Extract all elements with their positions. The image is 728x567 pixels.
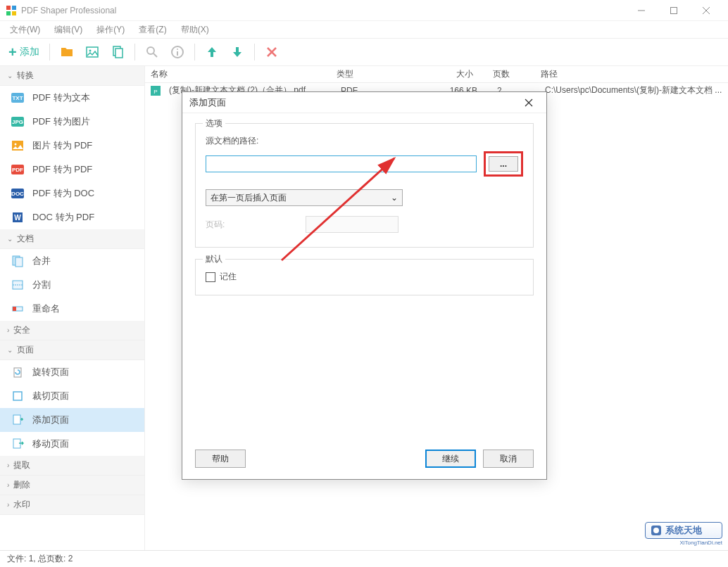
insert-mode-value: 在第一页后插入页面 [211, 192, 287, 204]
move-page-icon [11, 438, 24, 450]
svg-point-15 [177, 49, 178, 50]
svg-rect-1 [12, 6, 16, 10]
svg-rect-5 [671, 7, 677, 13]
remember-checkbox[interactable] [206, 272, 215, 282]
minimize-button[interactable] [625, 1, 658, 20]
search-button[interactable] [141, 41, 163, 63]
arrow-down-icon [230, 45, 244, 59]
txt-icon: TXT [11, 93, 24, 103]
defaults-legend: 默认 [203, 253, 225, 265]
word-icon: W [11, 211, 24, 224]
browse-button[interactable]: ... [489, 156, 518, 172]
menu-edit[interactable]: 编辑(V) [47, 22, 89, 38]
add-button-label: 添加 [20, 46, 39, 58]
folder-button[interactable] [56, 41, 78, 63]
svg-text:P: P [153, 89, 157, 95]
jpg-icon: JPG [11, 117, 24, 127]
separator [254, 44, 255, 60]
plus-icon: + [8, 44, 17, 60]
menu-view[interactable]: 查看(Z) [132, 22, 173, 38]
dialog-close-button[interactable] [518, 92, 539, 113]
chevron-down-icon: ⌄ [391, 193, 398, 203]
col-size[interactable]: 大小 [415, 68, 479, 80]
col-type[interactable]: 类型 [331, 68, 415, 80]
sidebar-item-rotate-pages[interactable]: 旋转页面 [0, 360, 144, 384]
sidebar-item-pdf-to-doc[interactable]: DOCPDF 转为 DOC [0, 181, 144, 205]
copy-button[interactable] [106, 41, 129, 63]
sidebar-item-doc-to-pdf[interactable]: WDOC 转为 PDF [0, 205, 144, 229]
chevron-right-icon: › [7, 501, 9, 509]
watermark: 系统天地 XiTongTianDi.net [645, 522, 722, 547]
svg-point-9 [89, 50, 91, 52]
sidebar-group-delete[interactable]: ›删除 [0, 476, 144, 495]
sidebar-item-pdf-to-pdf[interactable]: PDFPDF 转为 PDF [0, 158, 144, 181]
sidebar-item-split[interactable]: 分割 [0, 273, 144, 297]
help-button[interactable]: 帮助 [195, 450, 246, 468]
sidebar-group-pages[interactable]: ⌄页面 [0, 340, 144, 360]
sidebar-item-pdf-to-text[interactable]: TXTPDF 转为文本 [0, 86, 144, 110]
sidebar-group-extract[interactable]: ›提取 [0, 456, 144, 476]
move-down-button[interactable] [226, 41, 249, 63]
info-icon [170, 45, 184, 59]
remove-icon [265, 45, 279, 59]
continue-button[interactable]: 继续 [425, 450, 476, 468]
chevron-down-icon: ⌄ [7, 235, 13, 243]
menu-help[interactable]: 帮助(X) [174, 22, 216, 38]
search-icon [145, 45, 159, 59]
source-path-label: 源文档的路径: [206, 135, 523, 147]
sidebar-item-crop-pages[interactable]: 裁切页面 [0, 384, 144, 408]
pdf-icon: PDF [11, 165, 24, 174]
cancel-button[interactable]: 取消 [483, 450, 534, 468]
info-button[interactable] [166, 41, 189, 63]
page-number-input [306, 216, 398, 233]
col-name[interactable]: 名称 [145, 68, 331, 80]
move-up-button[interactable] [201, 41, 223, 63]
remember-label: 记住 [220, 271, 237, 283]
list-header: 名称 类型 大小 页数 路径 [145, 66, 728, 83]
sidebar-group-watermark[interactable]: ›水印 [0, 495, 144, 515]
page-number-label: 页码: [206, 219, 297, 231]
rotate-icon [11, 366, 24, 378]
crop-icon [11, 390, 24, 402]
remove-button[interactable] [261, 41, 283, 63]
status-text: 文件: 1, 总页数: 2 [7, 553, 73, 565]
source-path-input[interactable] [206, 155, 477, 172]
sidebar-group-document[interactable]: ⌄文档 [0, 229, 144, 249]
sidebar-group-convert[interactable]: ⌄转换 [0, 66, 144, 86]
maximize-button[interactable] [658, 1, 690, 20]
col-path[interactable]: 路径 [535, 68, 728, 80]
defaults-fieldset: 默认 记住 [195, 259, 534, 295]
svg-rect-11 [115, 49, 123, 58]
close-button[interactable] [690, 1, 722, 20]
chevron-right-icon: › [7, 461, 9, 469]
svg-point-39 [653, 528, 659, 533]
dialog-titlebar: 添加页面 [182, 92, 546, 113]
sidebar-group-security[interactable]: ›安全 [0, 321, 144, 340]
add-button[interactable]: + 添加 [4, 41, 44, 63]
insert-mode-select[interactable]: 在第一页后插入页面 ⌄ [206, 189, 403, 206]
arrow-up-icon [205, 45, 219, 59]
separator [49, 44, 50, 60]
svg-point-20 [15, 144, 17, 146]
sidebar-item-merge[interactable]: 合并 [0, 249, 144, 273]
image-button[interactable] [81, 41, 103, 63]
col-pages[interactable]: 页数 [479, 68, 535, 80]
svg-rect-0 [6, 6, 11, 10]
menu-file[interactable]: 文件(W) [3, 22, 47, 38]
sidebar-item-add-pages[interactable]: 添加页面 [0, 408, 144, 432]
chevron-right-icon: › [7, 326, 9, 334]
sidebar-item-pdf-to-image[interactable]: JPGPDF 转为图片 [0, 110, 144, 134]
image-icon [11, 139, 24, 152]
add-page-icon [11, 414, 24, 426]
add-pages-dialog: 添加页面 选项 源文档的路径: ... 在第一页后插入页面 ⌄ 页码: [182, 91, 547, 480]
sidebar-item-move-pages[interactable]: 移动页面 [0, 432, 144, 456]
svg-rect-31 [13, 415, 20, 424]
sidebar-item-image-to-pdf[interactable]: 图片 转为 PDF [0, 134, 144, 158]
menu-action[interactable]: 操作(Y) [89, 22, 132, 38]
rename-icon [11, 302, 24, 315]
menu-bar: 文件(W) 编辑(V) 操作(Y) 查看(Z) 帮助(X) [0, 21, 728, 38]
svg-rect-16 [177, 51, 178, 56]
svg-rect-3 [12, 11, 16, 15]
watermark-sub: XiTongTianDi.net [645, 540, 722, 546]
sidebar-item-rename[interactable]: 重命名 [0, 297, 144, 321]
